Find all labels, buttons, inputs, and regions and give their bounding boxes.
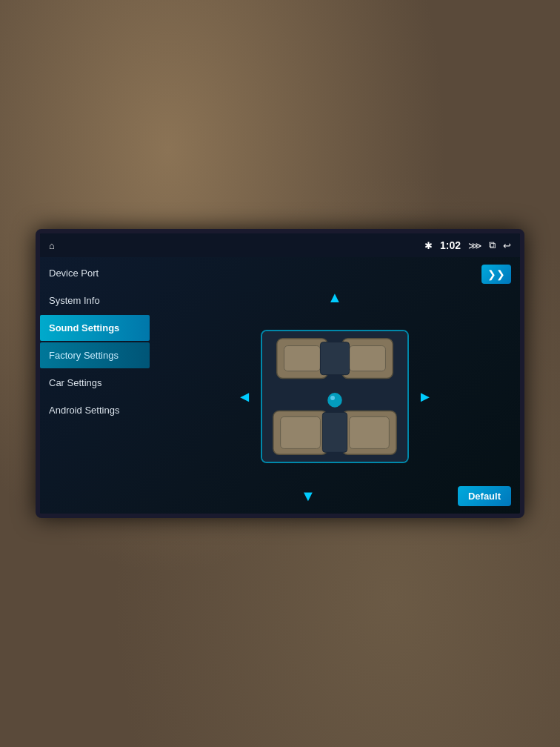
nav-row: ◄ <box>159 311 511 482</box>
sidebar-item-device-port[interactable]: Device Port <box>40 260 150 286</box>
left-arrow-button[interactable]: ◄ <box>234 386 255 407</box>
sidebar: Device Port System Info Sound Settings F… <box>40 257 150 514</box>
double-arrow-icon: ⋙ <box>468 240 481 251</box>
sidebar-item-system-info[interactable]: System Info <box>40 288 150 313</box>
back-icon: ↩ <box>503 240 511 251</box>
status-left: ⌂ <box>49 240 55 251</box>
bluetooth-icon: ✱ <box>424 240 433 251</box>
right-arrow-button[interactable]: ► <box>415 386 436 407</box>
up-arrow-row: ▲ <box>159 287 511 308</box>
top-icon-button[interactable]: ❯❯ <box>481 265 511 284</box>
screens-icon: ⧉ <box>489 239 496 251</box>
forward-arrows-icon: ❯❯ <box>487 268 505 280</box>
sidebar-item-factory-settings[interactable]: Factory Settings <box>40 342 150 368</box>
sidebar-item-sound-settings[interactable]: Sound Settings <box>40 315 150 341</box>
down-arrow-button[interactable]: ▼ <box>298 485 319 506</box>
down-arrow-row: ▼ Default <box>159 485 511 506</box>
sidebar-item-android-settings[interactable]: Android Settings <box>40 397 150 423</box>
content-panel: ❯❯ ▲ ◄ <box>150 257 520 514</box>
car-image <box>261 330 409 463</box>
up-arrow-button[interactable]: ▲ <box>324 287 345 308</box>
sidebar-item-car-settings[interactable]: Car Settings <box>40 370 150 396</box>
main-content: Device Port System Info Sound Settings F… <box>40 257 520 514</box>
default-button[interactable]: Default <box>458 486 511 506</box>
top-row: ❯❯ <box>159 265 511 284</box>
svg-rect-13 <box>262 331 407 462</box>
status-right: ✱ 1:02 ⋙ ⧉ ↩ <box>424 239 511 251</box>
status-time: 1:02 <box>440 239 461 251</box>
home-icon: ⌂ <box>49 240 55 251</box>
status-bar: ⌂ ✱ 1:02 ⋙ ⧉ ↩ <box>40 233 520 257</box>
device-screen: ⌂ ✱ 1:02 ⋙ ⧉ ↩ Device Port System Info S… <box>36 229 524 518</box>
